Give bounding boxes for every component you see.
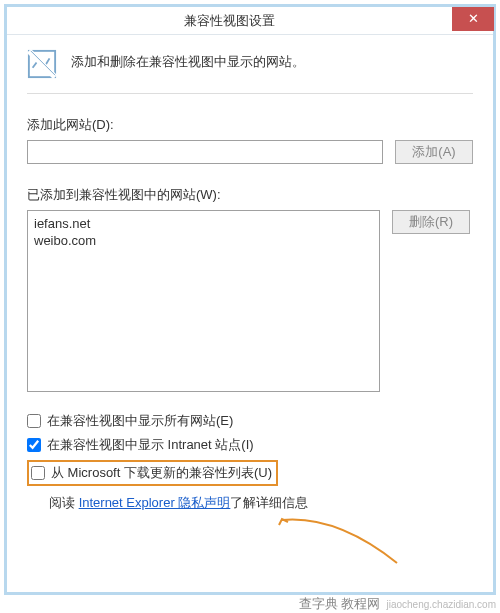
checkbox-show-intranet-label: 在兼容性视图中显示 Intranet 站点(I) — [47, 436, 254, 454]
list-section: 已添加到兼容性视图中的网站(W): iefans.net weibo.com 删… — [27, 186, 473, 392]
checkbox-show-all-row: 在兼容性视图中显示所有网站(E) — [27, 412, 473, 430]
intro-row: 添加和删除在兼容性视图中显示的网站。 — [27, 49, 473, 94]
watermark-cn: 查字典 教程网 — [299, 595, 381, 613]
close-button[interactable]: ✕ — [452, 7, 494, 31]
dialog-window: 兼容性视图设置 ✕ 添加和删除在兼容性视图中显示的网站。 添加此网站(D): 添… — [4, 4, 496, 595]
intro-text: 添加和删除在兼容性视图中显示的网站。 — [71, 53, 305, 71]
close-icon: ✕ — [468, 11, 479, 26]
checkbox-download-updates[interactable] — [31, 466, 45, 480]
add-button[interactable]: 添加(A) — [395, 140, 473, 164]
dialog-content: 添加和删除在兼容性视图中显示的网站。 添加此网站(D): 添加(A) 已添加到兼… — [7, 35, 493, 526]
list-item[interactable]: weibo.com — [34, 232, 373, 249]
watermark-en: jiaocheng.chazidian.com — [386, 599, 496, 610]
remove-button[interactable]: 删除(R) — [392, 210, 470, 234]
checkbox-show-all[interactable] — [27, 414, 41, 428]
titlebar: 兼容性视图设置 ✕ — [7, 7, 493, 35]
privacy-link[interactable]: Internet Explorer 隐私声明 — [79, 495, 231, 510]
add-website-input[interactable] — [27, 140, 383, 164]
reading-suffix: 了解详细信息 — [230, 495, 308, 510]
compat-page-icon — [27, 49, 57, 79]
checkbox-download-updates-label: 从 Microsoft 下载更新的兼容性列表(U) — [51, 464, 272, 482]
list-item[interactable]: iefans.net — [34, 215, 373, 232]
add-website-label: 添加此网站(D): — [27, 116, 473, 134]
websites-listbox[interactable]: iefans.net weibo.com — [27, 210, 380, 392]
added-websites-label: 已添加到兼容性视图中的网站(W): — [27, 186, 473, 204]
checkbox-show-intranet[interactable] — [27, 438, 41, 452]
watermark: 查字典 教程网 jiaocheng.chazidian.com — [299, 595, 496, 613]
window-title: 兼容性视图设置 — [7, 12, 452, 30]
privacy-reading-line: 阅读 Internet Explorer 隐私声明了解详细信息 — [49, 494, 473, 512]
checkbox-show-all-label: 在兼容性视图中显示所有网站(E) — [47, 412, 233, 430]
highlighted-checkbox-row: 从 Microsoft 下载更新的兼容性列表(U) — [27, 460, 278, 486]
add-section: 添加此网站(D): 添加(A) — [27, 116, 473, 164]
reading-prefix: 阅读 — [49, 495, 79, 510]
checkbox-show-intranet-row: 在兼容性视图中显示 Intranet 站点(I) — [27, 436, 473, 454]
